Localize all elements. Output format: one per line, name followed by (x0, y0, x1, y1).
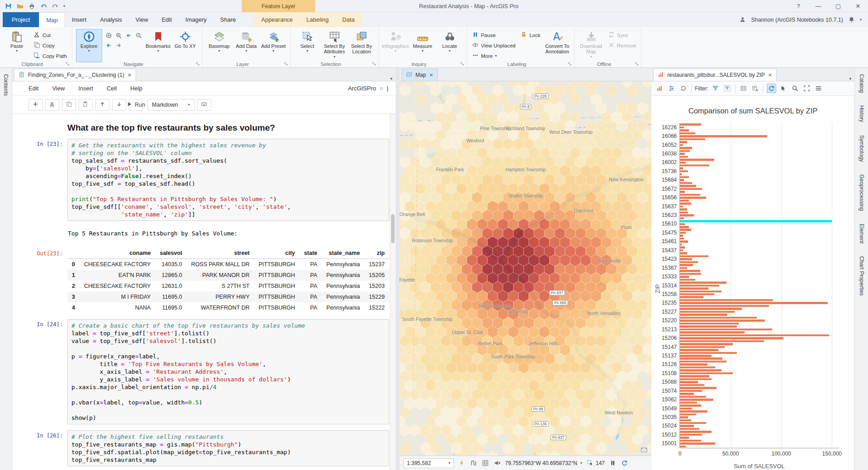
notebook-document-tab[interactable]: Finding_Zones_For_a_..._Clustering (1)✕ (14, 69, 136, 81)
add-preset-button[interactable]: Add Preset▾ (260, 29, 287, 62)
chart-bar[interactable] (680, 264, 693, 266)
chart-bar[interactable] (680, 296, 703, 298)
chart-bar[interactable] (680, 325, 737, 328)
chart-bar[interactable] (680, 212, 688, 214)
go-to-xy-button[interactable]: Go To XY (172, 29, 198, 62)
chart-bar[interactable] (680, 270, 700, 272)
select-arrow-button[interactable] (778, 84, 788, 93)
chart-bar[interactable] (680, 416, 688, 418)
chart-bar[interactable] (680, 200, 689, 202)
map-coordinates[interactable]: 79.7557963°W 40.6958732°N▾ (505, 460, 582, 466)
lock-button[interactable]: Lock (519, 30, 542, 40)
chart-bar[interactable] (680, 197, 706, 199)
extent-button[interactable] (802, 84, 811, 93)
chart-bar[interactable] (680, 387, 717, 389)
menu-insert[interactable]: Insert (78, 85, 93, 92)
chart-bar[interactable] (680, 246, 685, 249)
chart-bar[interactable] (680, 372, 733, 375)
chart-bar[interactable] (680, 367, 715, 369)
chart-bar[interactable] (680, 194, 700, 196)
menu-cell[interactable]: Cell (107, 85, 117, 92)
chart-bar[interactable] (680, 355, 712, 357)
chart-bar[interactable] (680, 428, 699, 430)
chart-bar[interactable] (680, 153, 685, 155)
chart-bar[interactable] (680, 147, 692, 149)
zoom-in-fixed-button[interactable] (114, 31, 123, 40)
remove-button[interactable]: Remove (607, 41, 638, 50)
chart-bar[interactable] (680, 249, 683, 252)
chart-bar[interactable] (680, 135, 767, 137)
chart-bar[interactable] (680, 378, 712, 381)
chart-bar[interactable] (680, 287, 708, 290)
chart-bar[interactable] (680, 156, 688, 158)
chart-bar[interactable] (680, 240, 688, 243)
dialog-launcher-icon[interactable] (568, 61, 573, 66)
dialog-launcher-icon[interactable] (372, 61, 377, 66)
chart-bar[interactable] (680, 314, 727, 316)
menu-edit[interactable]: Edit (28, 85, 38, 92)
chart-plot-area[interactable]: 050,000100,000150,0001622616066160521603… (679, 123, 839, 448)
chart-bar[interactable] (680, 317, 757, 319)
chart-bar[interactable] (680, 202, 691, 205)
chart-bar[interactable] (680, 273, 701, 275)
grid-sm-button[interactable] (481, 459, 489, 467)
chart-bar[interactable] (680, 150, 690, 152)
chart-bar[interactable] (680, 229, 691, 231)
chart-bar[interactable] (680, 399, 713, 401)
full-extent-button[interactable] (104, 31, 113, 40)
back-button[interactable] (104, 41, 113, 50)
chart-bar[interactable] (680, 393, 694, 395)
dock-tab-catalog[interactable]: Catalog (859, 74, 865, 93)
notebook-scrollbar[interactable] (390, 114, 396, 470)
select-attr-button[interactable]: Select By Attributes▾ (321, 29, 348, 62)
chart-bar[interactable] (680, 419, 691, 422)
panel-splitter[interactable] (396, 68, 400, 470)
chart-bar[interactable] (680, 404, 701, 407)
table-add-button[interactable] (750, 84, 760, 93)
refresh-button[interactable] (621, 459, 628, 467)
copy-button[interactable]: Copy (32, 41, 68, 50)
menu-help[interactable]: Help (130, 85, 142, 92)
chart-bar[interactable] (680, 337, 783, 339)
ribbon-tab-appearance[interactable]: Appearance (255, 12, 300, 27)
chart-bar[interactable] (680, 369, 722, 371)
map-canvas[interactable] (400, 81, 651, 456)
chart-bar[interactable] (680, 235, 683, 237)
chart-bar[interactable] (680, 258, 692, 260)
dialog-launcher-icon[interactable] (196, 61, 201, 66)
funnel-frame-button[interactable] (722, 84, 732, 93)
chart-bar[interactable] (680, 138, 705, 141)
chart-bar[interactable] (680, 261, 698, 263)
chart-bar[interactable] (680, 244, 682, 246)
markdown-cell[interactable]: What are the top five restaurants by sal… (12, 119, 389, 133)
signed-in-user[interactable]: Shannon (ArcGIS Notebooks 10.7.1) (751, 17, 843, 23)
chart-bar[interactable] (680, 334, 829, 337)
maximize-button[interactable]: ▢ (828, 0, 848, 12)
basemap-button[interactable]: Basemap▾ (206, 29, 232, 62)
chart-bar[interactable] (680, 185, 696, 187)
chart-bar[interactable] (680, 206, 683, 208)
chart-bar[interactable] (680, 323, 739, 325)
chart-bar[interactable] (680, 437, 689, 439)
chart-bar[interactable] (680, 188, 702, 190)
explore-button[interactable]: Explore▾ (76, 29, 102, 62)
cut-cells-button[interactable] (45, 99, 59, 111)
paste-cells-button[interactable] (79, 99, 93, 111)
dock-tab-geoprocessing[interactable]: Geoprocessing (859, 174, 865, 211)
chart-bar[interactable] (680, 361, 726, 363)
prev-extent-button[interactable] (124, 31, 133, 40)
more-button[interactable]: More▾ (471, 51, 517, 61)
table-button[interactable] (739, 84, 748, 93)
chart-bar[interactable] (680, 352, 737, 354)
chart-bar[interactable] (680, 220, 832, 222)
dock-tab-chart-properties[interactable]: Chart Properties (859, 256, 865, 296)
ribbon-tab-view[interactable]: View (129, 12, 155, 27)
chart-bar[interactable] (680, 390, 702, 392)
map-document-tab[interactable]: Map✕ (401, 69, 438, 81)
chart-bar[interactable] (680, 431, 712, 433)
dock-tab-contents[interactable]: Contents (3, 74, 9, 96)
chart-bar[interactable] (680, 331, 745, 334)
chart-bar[interactable] (680, 226, 689, 228)
map-view[interactable]: Pine TownshipRichland TownshipWest Deer … (400, 81, 651, 456)
chart-bar[interactable] (680, 396, 706, 398)
